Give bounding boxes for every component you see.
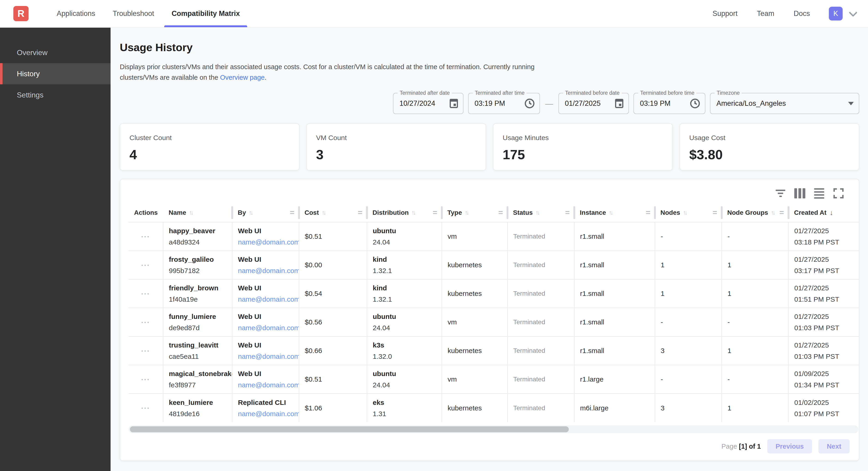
- column-header-distribution[interactable]: Distribution↑↓=: [367, 203, 442, 222]
- timezone-value[interactable]: America/Los_Angeles: [716, 99, 845, 108]
- column-resize-handle[interactable]: [787, 206, 789, 219]
- scrollbar-thumb[interactable]: [130, 426, 569, 432]
- email-link[interactable]: name@domain.com: [238, 295, 299, 303]
- horizontal-scrollbar[interactable]: [128, 425, 858, 433]
- terminated-after-date-value[interactable]: 10/27/2024: [399, 99, 446, 108]
- sidebar-item-history[interactable]: History: [0, 63, 111, 84]
- column-menu-icon[interactable]: =: [433, 208, 437, 217]
- column-header-nodes[interactable]: Nodes↑↓=: [655, 203, 722, 222]
- terminated-after-date-field[interactable]: Terminated after date 10/27/2024: [393, 93, 464, 114]
- row-actions-button[interactable]: ●●●: [128, 321, 163, 324]
- column-header-cost[interactable]: Cost↑↓=: [299, 203, 367, 222]
- row-actions-button[interactable]: ●●●: [128, 292, 163, 295]
- cell-type: kubernetes: [442, 251, 507, 279]
- email-link[interactable]: name@domain.com: [238, 353, 299, 360]
- team-link[interactable]: Team: [757, 9, 774, 18]
- status-text: Terminated: [513, 347, 571, 354]
- sort-icon[interactable]: ↑↓: [465, 209, 468, 216]
- dropdown-arrow-icon[interactable]: [848, 102, 854, 105]
- column-resize-handle[interactable]: [298, 206, 300, 219]
- column-header-instance[interactable]: Instance↑↓=: [574, 203, 655, 222]
- column-resize-handle[interactable]: [721, 206, 723, 219]
- columns-icon[interactable]: [794, 188, 805, 199]
- column-resize-handle[interactable]: [574, 206, 575, 219]
- column-resize-handle[interactable]: [441, 206, 443, 219]
- page-description: Displays prior clusters/VMs and their as…: [120, 61, 859, 83]
- tab-compatibility-matrix[interactable]: Compatibility Matrix: [163, 0, 249, 27]
- column-header-type[interactable]: Type↑↓=: [442, 203, 507, 222]
- column-header-node-groups[interactable]: Node Groups↑↓=: [722, 203, 788, 222]
- cell-by: Web UIname@domain.com: [232, 222, 299, 251]
- terminated-after-time-field[interactable]: Terminated after time 03:19 PM: [468, 93, 540, 114]
- cell-by: Web UIname@domain.com: [232, 279, 299, 308]
- column-resize-handle[interactable]: [506, 206, 508, 219]
- column-menu-icon[interactable]: =: [290, 208, 294, 217]
- tab-troubleshoot[interactable]: Troubleshoot: [104, 0, 163, 27]
- column-label: Type: [447, 209, 462, 216]
- terminated-after-time-value[interactable]: 03:19 PM: [474, 99, 522, 108]
- column-resize-handle[interactable]: [366, 206, 368, 219]
- sort-icon[interactable]: ↑↓: [189, 209, 192, 216]
- terminated-before-date-value[interactable]: 01/27/2025: [565, 99, 612, 108]
- terminated-before-time-field[interactable]: Terminated before time 03:19 PM: [633, 93, 705, 114]
- filter-icon[interactable]: [775, 188, 786, 199]
- chevron-down-icon[interactable]: [849, 8, 858, 17]
- column-menu-icon[interactable]: =: [713, 208, 717, 217]
- column-menu-icon[interactable]: =: [779, 208, 784, 217]
- email-link[interactable]: name@domain.com: [238, 410, 299, 417]
- column-menu-icon[interactable]: =: [565, 208, 570, 217]
- row-actions-button[interactable]: ●●●: [128, 378, 163, 381]
- created_at-primary: 01/27/2025: [794, 340, 857, 351]
- email-link[interactable]: name@domain.com: [238, 324, 299, 332]
- terminated-before-time-value[interactable]: 03:19 PM: [640, 99, 687, 108]
- calendar-icon[interactable]: [615, 99, 623, 108]
- column-header-status[interactable]: Status↑↓=: [507, 203, 574, 222]
- docs-link[interactable]: Docs: [794, 9, 810, 18]
- sort-desc-icon[interactable]: ↓: [830, 209, 833, 216]
- calendar-icon[interactable]: [450, 99, 458, 108]
- sort-icon[interactable]: ↑↓: [535, 209, 539, 216]
- density-icon[interactable]: [814, 188, 825, 199]
- cell-node_groups: 1: [722, 279, 788, 308]
- column-resize-handle[interactable]: [654, 206, 656, 219]
- sort-icon[interactable]: ↑↓: [771, 209, 774, 216]
- clock-icon[interactable]: [525, 99, 534, 108]
- cell-by: Replicated CLIname@domain.com: [232, 393, 299, 422]
- sidebar-item-overview[interactable]: Overview: [0, 42, 111, 63]
- node_groups-text: 1: [727, 290, 785, 297]
- overview-page-link[interactable]: Overview page: [220, 74, 265, 81]
- row-actions-button[interactable]: ●●●: [128, 235, 163, 238]
- replicated-logo[interactable]: R: [13, 6, 29, 21]
- terminated-before-date-field[interactable]: Terminated before date 01/27/2025: [558, 93, 629, 114]
- row-actions-button[interactable]: ●●●: [128, 406, 163, 410]
- column-header-created-at[interactable]: Created At↓: [788, 203, 859, 222]
- distribution-secondary: 24.04: [373, 236, 439, 248]
- column-menu-icon[interactable]: =: [646, 208, 650, 217]
- next-page-button[interactable]: Next: [818, 439, 849, 453]
- fullscreen-icon[interactable]: [833, 188, 844, 199]
- timezone-select[interactable]: Timezone America/Los_Angeles: [710, 93, 859, 114]
- user-avatar[interactable]: K: [829, 7, 843, 21]
- tab-applications[interactable]: Applications: [48, 0, 104, 27]
- sort-icon[interactable]: ↑↓: [609, 209, 612, 216]
- column-header-by[interactable]: By↑↓=: [232, 203, 299, 222]
- email-link[interactable]: name@domain.com: [238, 267, 299, 274]
- sort-icon[interactable]: ↑↓: [321, 209, 325, 216]
- column-menu-icon[interactable]: =: [498, 208, 503, 217]
- sort-icon[interactable]: ↑↓: [249, 209, 252, 216]
- clock-icon[interactable]: [690, 99, 700, 108]
- sidebar-item-settings[interactable]: Settings: [0, 84, 111, 106]
- row-actions-button[interactable]: ●●●: [128, 349, 163, 353]
- support-link[interactable]: Support: [713, 9, 738, 18]
- distribution-primary: kind: [373, 254, 439, 265]
- column-menu-icon[interactable]: =: [358, 208, 362, 217]
- column-resize-handle[interactable]: [231, 206, 233, 219]
- previous-page-button[interactable]: Previous: [767, 439, 812, 453]
- email-link[interactable]: name@domain.com: [238, 238, 299, 246]
- sort-icon[interactable]: ↑↓: [411, 209, 415, 216]
- row-actions-button[interactable]: ●●●: [128, 263, 163, 267]
- sort-icon[interactable]: ↑↓: [683, 209, 686, 216]
- email-link[interactable]: name@domain.com: [238, 381, 299, 389]
- column-header-name[interactable]: Name↑↓: [163, 203, 232, 222]
- main-content: Usage History Displays prior clusters/VM…: [111, 28, 868, 471]
